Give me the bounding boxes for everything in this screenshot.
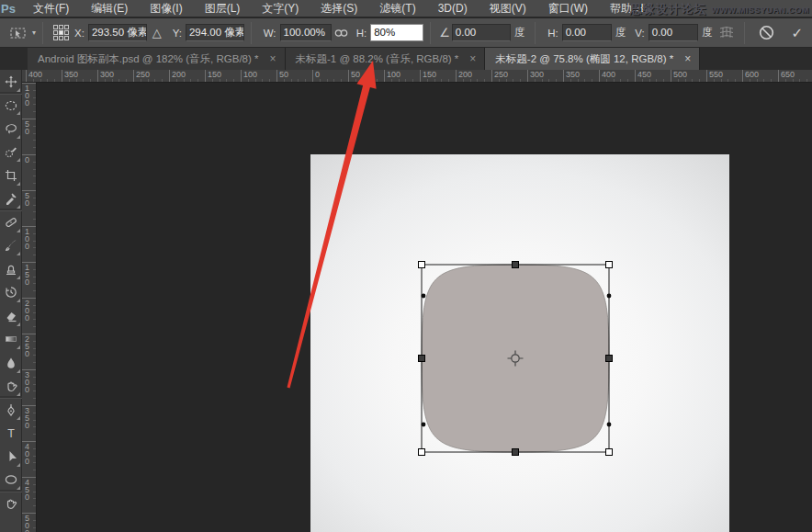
history-brush-tool[interactable] (0, 281, 22, 305)
link-dimensions-icon[interactable] (334, 28, 348, 38)
watermark: 思缘设计论坛 WWW.MISSYUAN.COM (630, 1, 810, 17)
ruler-tick-label: 650 (778, 70, 812, 82)
ruler-tick-label: 100 (384, 70, 420, 82)
transform-handle-top-center[interactable] (513, 262, 519, 268)
pen-tool[interactable] (0, 398, 22, 422)
x-position-input[interactable]: 293.50 像素 (88, 24, 147, 41)
transform-handle-top-right[interactable] (606, 262, 613, 268)
y-position-input[interactable]: 294.00 像素 (186, 24, 244, 41)
lasso-tool[interactable] (0, 117, 22, 141)
ruler-tick-label: 300 (527, 70, 563, 82)
smudge-tool[interactable] (0, 375, 22, 399)
document-tab-bar: Android 图标副本.psd @ 182% (音乐, RGB/8) * × … (0, 48, 812, 70)
ruler-tick-label: 3 0 0 (22, 369, 37, 405)
menu-item[interactable]: 图层(L) (205, 0, 241, 17)
ruler-tick-label: 5 0 (22, 190, 37, 226)
canvas-viewport[interactable] (37, 83, 812, 532)
ruler-tick-label: 150 (420, 70, 456, 82)
eraser-tool[interactable] (0, 304, 22, 328)
blur-tool[interactable] (0, 351, 22, 375)
rotation-unit: 度 (514, 26, 525, 40)
ruler-tick-label: 550 (706, 70, 742, 82)
transform-handle-bottom-right[interactable] (606, 449, 613, 456)
ruler-tick-label: 5 0 0 (22, 513, 37, 532)
quick-selection-tool[interactable] (0, 141, 22, 164)
warp-mode-toggle-icon[interactable] (718, 26, 735, 40)
gradient-tool[interactable] (0, 328, 22, 352)
ruler-tick-label: 1 5 0 (22, 262, 37, 298)
reference-point-locator[interactable] (53, 25, 69, 40)
rotation-angle-icon: ∠ (439, 26, 450, 40)
transform-handle-bottom-left[interactable] (419, 449, 425, 456)
menu-item[interactable]: 文件(F) (33, 0, 69, 17)
ellipse-shape-tool[interactable] (0, 469, 22, 492)
path-selection-tool[interactable] (0, 445, 22, 469)
close-icon[interactable]: × (469, 52, 476, 65)
ruler-tick-label: 50 (348, 70, 384, 82)
crop-tool[interactable] (0, 164, 22, 187)
cancel-transform-icon[interactable] (759, 25, 774, 40)
relative-position-icon[interactable]: △ (152, 26, 162, 40)
menu-item[interactable]: 文字(Y) (262, 0, 299, 17)
ruler-tick-label: 2 5 0 (22, 334, 37, 369)
menu-item[interactable]: 3D(D) (438, 0, 468, 17)
commit-transform-icon[interactable]: ✓ (791, 25, 803, 41)
options-bar: ▾ X: 293.50 像素 △ Y: 294.00 像素 W: 100.00%… (0, 18, 812, 48)
watermark-url: WWW.MISSYUAN.COM (712, 6, 810, 15)
transform-handle-middle-right[interactable] (606, 356, 613, 362)
transform-tool-icon (7, 26, 29, 40)
ruler-tick-label: 2 0 0 (22, 298, 37, 334)
close-icon[interactable]: × (269, 52, 276, 65)
spot-healing-brush-tool[interactable] (0, 210, 22, 234)
menu-item[interactable]: 选择(S) (321, 0, 357, 17)
h-skew-label: H: (547, 28, 558, 39)
document-tab[interactable]: 未标题-1 @ 88.2% (音乐, RGB/8) * × (286, 48, 486, 70)
eyedropper-tool[interactable] (0, 187, 22, 211)
ruler-tick-label: 0 (312, 70, 348, 82)
move-tool[interactable] (0, 70, 22, 94)
type-tool[interactable]: T (0, 422, 22, 446)
close-icon[interactable]: × (684, 52, 691, 65)
menu-item[interactable]: 窗口(W) (548, 0, 588, 17)
transform-handle-bottom-center[interactable] (513, 449, 519, 456)
squircle-shape[interactable] (422, 265, 609, 452)
height-scale-input[interactable]: 80% (370, 24, 423, 41)
svg-text:T: T (7, 427, 15, 440)
horizontal-ruler[interactable]: 4003503002502001501005005010015020025030… (22, 70, 812, 83)
elliptical-marquee-tool[interactable] (0, 94, 22, 118)
menu-item[interactable]: 视图(V) (490, 0, 526, 17)
document-tab-title: 未标题-2 @ 75.8% (椭圆 12, RGB/8) * (495, 52, 673, 66)
width-scale-input[interactable]: 100.00% (280, 24, 332, 41)
menu-item[interactable]: 滤镜(T) (379, 0, 415, 17)
menu-item[interactable]: 编辑(E) (91, 0, 128, 17)
transform-handle-middle-left[interactable] (419, 356, 425, 362)
ruler-tick-label: 600 (742, 70, 778, 82)
divider (42, 22, 43, 44)
brush-tool[interactable] (0, 234, 22, 258)
path-anchor-dot (422, 423, 426, 427)
ruler-tick-label: 1 0 0 (22, 83, 37, 119)
rotation-input[interactable]: 0.00 (452, 24, 511, 41)
photoshop-window: Ps 文件(F)编辑(E)图像(I)图层(L)文字(Y)选择(S)滤镜(T)3D… (0, 0, 812, 532)
ruler-tick-label: 500 (671, 70, 706, 82)
menu-item[interactable]: 图像(I) (150, 0, 182, 17)
y-label: Y: (173, 28, 182, 39)
h-skew-input[interactable]: 0.00 (562, 24, 612, 41)
hand-tool[interactable] (0, 492, 22, 515)
vertical-ruler[interactable]: 1 0 05 005 01 0 01 5 02 0 02 5 03 0 03 5… (22, 83, 37, 532)
chevron-down-icon[interactable]: ▾ (32, 28, 36, 37)
v-skew-unit: 度 (702, 26, 713, 40)
ruler-tick-label: 3 5 0 (22, 405, 37, 441)
ruler-tick-label: 5 0 (22, 119, 37, 154)
path-anchor-dot (607, 294, 612, 299)
transform-handle-top-left[interactable] (419, 262, 425, 268)
transform-overlay (37, 83, 812, 532)
v-skew-input[interactable]: 0.00 (648, 24, 698, 41)
document-tab[interactable]: 未标题-2 @ 75.8% (椭圆 12, RGB/8) * × (485, 48, 700, 70)
ruler-tick-label: 250 (133, 70, 169, 82)
transform-tool-preset[interactable]: ▾ (7, 26, 36, 40)
document-tab[interactable]: Android 图标副本.psd @ 182% (音乐, RGB/8) * × (28, 48, 286, 70)
x-label: X: (74, 28, 85, 39)
clone-stamp-tool[interactable] (0, 257, 22, 281)
ruler-tick-label: 350 (62, 70, 97, 82)
